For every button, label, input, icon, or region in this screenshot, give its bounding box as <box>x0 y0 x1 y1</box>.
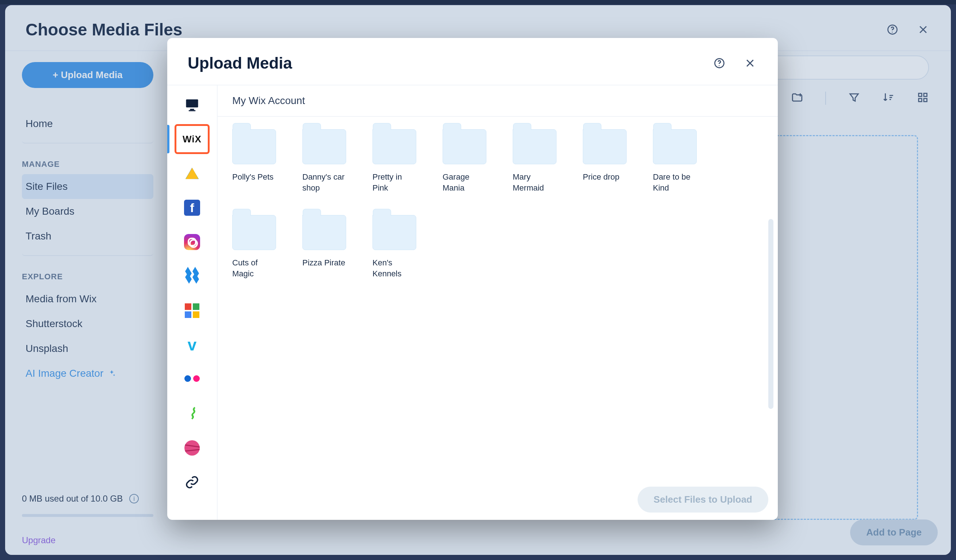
svg-point-7 <box>719 65 720 66</box>
folder-icon <box>373 215 416 250</box>
choose-media-header-actions <box>885 22 931 37</box>
svg-rect-5 <box>924 99 927 102</box>
google-photos-icon <box>183 302 201 319</box>
folder-item[interactable]: Garage Mania <box>443 129 489 193</box>
upload-media-button[interactable]: + Upload Media <box>22 62 153 88</box>
sidebar-item-media-from-wix[interactable]: Media from Wix <box>22 287 153 311</box>
sidebar-section-explore: EXPLORE <box>22 272 153 281</box>
sidebar-item-my-boards[interactable]: My Boards <box>22 199 153 224</box>
filter-icon[interactable] <box>848 91 860 105</box>
close-icon[interactable] <box>916 22 931 37</box>
link-icon <box>183 474 201 491</box>
upload-media-modal: Upload Media WiX f v ⌇ <box>167 38 778 520</box>
svg-rect-4 <box>919 99 922 102</box>
svg-rect-8 <box>186 99 198 107</box>
grid-view-icon[interactable] <box>917 91 929 105</box>
deviantart-icon: ⌇ <box>183 405 201 422</box>
sidebar-item-shutterstock[interactable]: Shutterstock <box>22 311 153 336</box>
source-facebook[interactable]: f <box>167 191 217 225</box>
folder-icon <box>513 129 557 164</box>
folder-label: Polly's Pets <box>232 172 279 182</box>
add-to-page-button[interactable]: Add to Page <box>850 519 938 545</box>
source-google-photos[interactable] <box>167 293 217 328</box>
folder-item[interactable]: Mary Mermaid <box>513 129 560 193</box>
sidebar-item-unsplash[interactable]: Unsplash <box>22 336 153 361</box>
folder-icon <box>373 129 416 164</box>
sidebar-nav: Home MANAGE Site Files My Boards Trash E… <box>22 111 153 386</box>
scrollbar[interactable] <box>768 219 774 409</box>
desktop-icon <box>183 96 201 113</box>
upload-source-rail: WiX f v ⌇ <box>167 85 218 520</box>
dropbox-icon <box>183 268 201 285</box>
new-folder-icon[interactable] <box>791 91 803 105</box>
folder-label: Ken's Kennels <box>373 257 419 279</box>
folder-label: Mary Mermaid <box>513 172 560 193</box>
facebook-icon: f <box>183 199 201 216</box>
sidebar-section-manage: MANAGE <box>22 160 153 169</box>
storage-footer: 0 MB used out of 10.0 GB i Upgrade <box>22 494 153 545</box>
sidebar-item-site-files[interactable]: Site Files <box>22 174 153 199</box>
folder-icon <box>653 129 697 164</box>
instagram-icon <box>183 233 201 251</box>
folder-item[interactable]: Pizza Pirate <box>302 215 349 279</box>
highlight-box <box>175 124 210 154</box>
source-google-drive[interactable] <box>167 156 217 191</box>
ai-image-creator-label: AI Image Creator <box>25 368 103 379</box>
folder-label: Danny's car shop <box>302 172 349 193</box>
sparkle-icon <box>108 369 116 378</box>
select-files-button[interactable]: Select Files to Upload <box>638 486 768 513</box>
folder-item[interactable]: Pretty in Pink <box>373 129 419 193</box>
folder-item[interactable]: Danny's car shop <box>302 129 349 193</box>
breadcrumb[interactable]: My Wix Account <box>218 85 778 117</box>
folder-label: Pretty in Pink <box>373 172 419 193</box>
source-vimeo[interactable]: v <box>167 328 217 362</box>
storage-usage-bar <box>22 514 153 517</box>
upload-media-header-actions <box>712 56 757 71</box>
editor-top-strip <box>0 0 956 5</box>
folder-label: Price drop <box>583 172 629 182</box>
source-dropbox[interactable] <box>167 259 217 293</box>
folder-label: Garage Mania <box>443 172 489 193</box>
storage-usage-text: 0 MB used out of 10.0 GB <box>22 494 123 504</box>
vimeo-icon: v <box>183 336 201 354</box>
source-deviantart[interactable]: ⌇ <box>167 397 217 431</box>
flickr-icon <box>183 370 201 388</box>
upload-media-footer: Select Files to Upload <box>218 479 778 520</box>
folder-item[interactable]: Polly's Pets <box>232 129 279 193</box>
info-icon[interactable]: i <box>129 494 139 504</box>
folder-item[interactable]: Price drop <box>583 129 629 193</box>
folder-icon <box>302 129 346 164</box>
folder-label: Pizza Pirate <box>302 257 349 268</box>
folder-item[interactable]: Dare to be Kind <box>653 129 700 193</box>
folder-item[interactable]: Ken's Kennels <box>373 215 419 279</box>
source-desktop[interactable] <box>167 88 217 122</box>
folder-area: Polly's Pets Danny's car shop Pretty in … <box>218 117 778 479</box>
upload-media-header: Upload Media <box>167 38 778 85</box>
sidebar-item-trash[interactable]: Trash <box>22 224 153 256</box>
sort-icon[interactable] <box>882 91 895 105</box>
close-icon[interactable] <box>743 56 757 71</box>
folder-label: Dare to be Kind <box>653 172 700 193</box>
folder-icon <box>443 129 486 164</box>
svg-rect-9 <box>190 109 194 110</box>
folder-item[interactable]: Cuts of Magic <box>232 215 279 279</box>
upgrade-link[interactable]: Upgrade <box>22 535 55 545</box>
choose-media-title: Choose Media Files <box>25 20 182 39</box>
sidebar-item-ai-image-creator[interactable]: AI Image Creator <box>22 361 153 386</box>
dribbble-icon <box>183 439 201 457</box>
upload-media-main: My Wix Account Polly's Pets Danny's car … <box>218 85 778 520</box>
upload-media-body: WiX f v ⌇ My Wix Account Polly's Pets Da… <box>167 85 778 520</box>
toolbar-icons <box>791 91 929 105</box>
source-link[interactable] <box>167 465 217 499</box>
source-dribbble[interactable] <box>167 431 217 465</box>
toolbar-separator <box>825 92 826 105</box>
source-instagram[interactable] <box>167 225 217 259</box>
help-icon[interactable] <box>712 56 727 71</box>
sidebar-item-home[interactable]: Home <box>22 111 153 143</box>
upload-media-title: Upload Media <box>188 54 292 72</box>
folder-icon <box>302 215 346 250</box>
source-flickr[interactable] <box>167 362 217 397</box>
source-wix[interactable]: WiX <box>167 122 217 156</box>
svg-rect-3 <box>924 93 927 96</box>
help-icon[interactable] <box>885 22 900 37</box>
